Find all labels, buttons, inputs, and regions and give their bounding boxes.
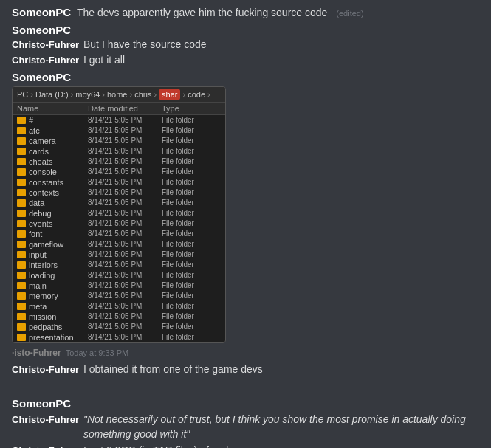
fe-row-type: File folder — [162, 157, 221, 165]
folder-icon — [17, 261, 26, 269]
fe-row-name: pedpaths — [17, 323, 88, 331]
fe-row-date: 8/14/21 5:05 PM — [88, 240, 162, 248]
fe-row-name: meta — [17, 302, 88, 311]
fe-row-date: 8/14/21 5:05 PM — [88, 323, 162, 331]
message-group-1: SomeonPC The devs apparently gave him th… — [0, 0, 491, 379]
fe-row-date: 8/14/21 5:05 PM — [88, 219, 162, 227]
crumb-code: code — [188, 90, 205, 99]
fe-row-type: File folder — [162, 261, 221, 269]
folder-icon — [17, 282, 26, 289]
fe-row-date: 8/14/21 5:06 PM — [88, 333, 162, 341]
folder-icon — [17, 117, 26, 124]
fe-row: mission 8/14/21 5:05 PM File folder — [13, 311, 225, 322]
fe-row: interiors 8/14/21 5:05 PM File folder — [13, 260, 225, 270]
crumb-pc: PC — [17, 90, 28, 99]
fe-row: font 8/14/21 5:05 PM File folder — [13, 229, 225, 239]
fe-row-name: cheats — [17, 157, 88, 166]
fe-row: presentation 8/14/21 5:06 PM File folder — [13, 332, 225, 342]
g2-msg-line-1: Christo-Fuhrer "Not necessarily out of t… — [12, 413, 479, 441]
folder-icon — [17, 148, 26, 155]
msg2-user: Christo-Fuhrer — [12, 55, 79, 66]
fe-row-type: File folder — [162, 250, 221, 258]
fe-row-name: main — [17, 281, 88, 290]
fe-row: meta 8/14/21 5:05 PM File folder — [13, 301, 225, 311]
fe-row-name: font — [17, 230, 88, 238]
fe-row-date: 8/14/21 5:05 PM — [88, 178, 162, 186]
fe-row-type: File folder — [162, 281, 221, 289]
col-date: Date modified — [88, 104, 162, 113]
fe-row: events 8/14/21 5:05 PM File folder — [13, 218, 225, 229]
timestamp-text: Today at 9:33 PM — [66, 348, 129, 357]
fe-row-type: File folder — [162, 199, 221, 207]
fe-row-type: File folder — [162, 333, 221, 341]
fe-row: memory 8/14/21 5:05 PM File folder — [13, 291, 225, 301]
fe-row-date: 8/14/21 5:05 PM — [88, 209, 162, 217]
fe-row-type: File folder — [162, 219, 221, 227]
fe-row-name: presentation — [17, 333, 88, 342]
fe-row-date: 8/14/21 5:05 PM — [88, 188, 162, 196]
group2-username: SomeonPC — [12, 397, 71, 410]
fe-row: input 8/14/21 5:05 PM File folder — [13, 249, 225, 260]
obtained-user: Christo-Fuhrer — [12, 364, 79, 375]
msg-line-2: Christo-Fuhrer I got it all — [12, 53, 479, 68]
edited-badge: (edited) — [336, 9, 363, 18]
fe-row: contexts 8/14/21 5:05 PM File folder — [13, 187, 225, 198]
folder-icon — [17, 127, 26, 134]
obtained-message: Christo-Fuhrer I obtained it from one of… — [12, 362, 479, 377]
fe-row: pedpaths 8/14/21 5:05 PM File folder — [13, 322, 225, 332]
fe-row-type: File folder — [162, 178, 221, 186]
crumb-chris: chris — [134, 90, 151, 99]
fe-row-date: 8/14/21 5:05 PM — [88, 312, 162, 320]
fe-row-type: File folder — [162, 271, 221, 279]
fe-row-type: File folder — [162, 323, 221, 331]
fe-row-type: File folder — [162, 137, 221, 145]
msg1-user: Christo-Fuhrer — [12, 39, 79, 50]
fe-row-name: data — [17, 199, 88, 207]
folder-icon — [17, 241, 26, 248]
fe-row-name: debug — [17, 209, 88, 218]
msg1-text: But I have the source code — [83, 38, 207, 52]
fe-row-date: 8/14/21 5:05 PM — [88, 157, 162, 165]
fe-row: debug 8/14/21 5:05 PM File folder — [13, 208, 225, 218]
fe-row: cards 8/14/21 5:05 PM File folder — [13, 146, 225, 156]
fe-row-type: File folder — [162, 312, 221, 320]
fe-row-date: 8/14/21 5:05 PM — [88, 199, 162, 207]
folder-icon — [17, 168, 26, 176]
fe-row-name: events — [17, 219, 88, 228]
group1-username-3: SomeonPC — [12, 71, 71, 83]
section-break — [0, 379, 491, 391]
fe-row: data 8/14/21 5:05 PM File folder — [13, 198, 225, 208]
fe-row-date: 8/14/21 5:05 PM — [88, 281, 162, 289]
timestamp-line: ·isto-Fuhrer Today at 9:33 PM — [12, 346, 479, 359]
file-explorer: PC › Data (D:) › moy64 › home › chris › … — [12, 86, 226, 343]
group1-username-repeat: SomeonPC — [12, 24, 479, 36]
fe-row: # 8/14/21 5:05 PM File folder — [13, 115, 225, 125]
group1-username-3-wrap: SomeonPC — [12, 71, 479, 83]
fe-row-date: 8/14/21 5:05 PM — [88, 261, 162, 269]
folder-icon — [17, 334, 26, 341]
fe-row-type: File folder — [162, 240, 221, 248]
message-group-2: SomeonPC Christo-Fuhrer "Not necessarily… — [0, 391, 491, 448]
msg-line-1: Christo-Fuhrer But I have the source cod… — [12, 38, 479, 52]
group2-username-wrap: SomeonPC — [12, 397, 479, 410]
fe-row-type: File folder — [162, 209, 221, 217]
fe-row-type: File folder — [162, 302, 221, 310]
folder-icon — [17, 303, 26, 310]
folder-icon — [17, 210, 26, 217]
fe-row-date: 8/14/21 5:05 PM — [88, 168, 162, 176]
fe-row-date: 8/14/21 5:05 PM — [88, 250, 162, 258]
folder-icon — [17, 179, 26, 186]
group1-username: SomeonPC — [12, 6, 71, 18]
fe-row-date: 8/14/21 5:05 PM — [88, 147, 162, 155]
g2-msg1-user: Christo-Fuhrer — [12, 414, 79, 425]
group1-username-2: SomeonPC — [12, 24, 71, 36]
crumb-home: home — [107, 90, 128, 99]
folder-icon — [17, 220, 26, 227]
group1-header-text: The devs apparently gave him the fucking… — [77, 6, 327, 21]
fe-row-name: constants — [17, 178, 88, 187]
crumb-moy64: moy64 — [75, 90, 100, 99]
fe-row-name: gameflow — [17, 240, 88, 249]
folder-icon — [17, 251, 26, 258]
col-type: Type — [162, 104, 221, 113]
fe-row-type: File folder — [162, 188, 221, 196]
